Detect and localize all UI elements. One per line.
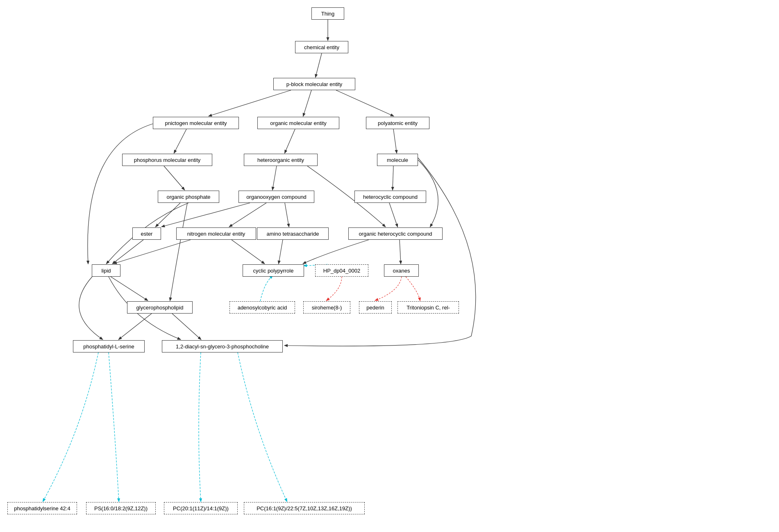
node-tritoniopsin[interactable]: Tritoniopsin C, rel-: [397, 301, 459, 314]
svg-line-20: [400, 240, 401, 264]
node-phosphatidylserine42[interactable]: phosphatidylserine 42:4: [7, 502, 77, 514]
svg-line-3: [303, 90, 311, 116]
node-PS_16_18[interactable]: PS(16:0/18:2(9Z,12Z)): [86, 502, 156, 514]
svg-line-14: [285, 203, 289, 227]
svg-line-7: [393, 129, 397, 153]
svg-line-15: [389, 203, 397, 227]
node-cyclic_poly[interactable]: cyclic polypyrrole: [243, 264, 304, 277]
node-diacyl[interactable]: 1,2-diacyl-sn-glycero-3-phosphocholine: [162, 340, 283, 352]
svg-line-22: [119, 314, 152, 339]
node-adenosylcobyric[interactable]: adenosylcobyric acid: [229, 301, 295, 314]
node-phosphatidyl_serine[interactable]: phosphatidyl-L-serine: [73, 340, 145, 352]
node-molecule[interactable]: molecule: [377, 154, 418, 166]
svg-line-18: [232, 240, 264, 264]
svg-line-5: [174, 129, 186, 153]
svg-line-13: [229, 203, 266, 227]
node-amino_tetra[interactable]: amino tetrasaccharide: [257, 227, 329, 240]
node-pederin[interactable]: pederin: [359, 301, 392, 314]
node-thing[interactable]: Thing: [311, 7, 344, 20]
node-polyatomic[interactable]: polyatomic entity: [366, 117, 429, 129]
svg-line-23: [172, 314, 201, 339]
svg-line-9: [273, 166, 277, 190]
node-PC_20_14[interactable]: PC(20:1(11Z)/14:1(9Z)): [164, 502, 238, 514]
svg-line-10: [393, 166, 393, 190]
svg-line-1: [316, 53, 322, 77]
node-HP_dp04[interactable]: HP_dp04_0002: [315, 264, 368, 277]
node-nitrogen_mol[interactable]: nitrogen molecular entity: [176, 227, 256, 240]
node-oxanes[interactable]: oxanes: [384, 264, 419, 277]
node-ester[interactable]: ester: [132, 227, 161, 240]
svg-line-19: [279, 240, 283, 264]
svg-line-17: [114, 240, 191, 264]
svg-line-4: [336, 90, 393, 116]
svg-line-21: [111, 277, 148, 300]
svg-line-12: [162, 203, 250, 227]
node-glycerophospholipid[interactable]: glycerophospholipid: [127, 301, 193, 314]
svg-line-6: [285, 129, 295, 153]
node-phosphorus_mol[interactable]: phosphorus molecular entity: [122, 154, 212, 166]
node-heteroorganic[interactable]: heteroorganic entity: [244, 154, 318, 166]
node-organic_phosphate[interactable]: organic phosphate: [158, 191, 219, 203]
node-heterocyclic[interactable]: heterocyclic compound: [354, 191, 426, 203]
diagram-container: Thingchemical entityp-block molecular en…: [0, 0, 779, 532]
node-org_heterocyclic[interactable]: organic heterocyclic compound: [348, 227, 443, 240]
node-pnictogen[interactable]: pnictogen molecular entity: [153, 117, 239, 129]
svg-line-16: [113, 240, 143, 264]
node-organic_mol[interactable]: organic molecular entity: [257, 117, 339, 129]
node-chemical_entity[interactable]: chemical entity: [295, 41, 348, 53]
node-lipid[interactable]: lipid: [92, 264, 120, 277]
node-PC_16_22[interactable]: PC(16:1(9Z)/22:5(7Z,10Z,13Z,16Z,19Z)): [244, 502, 365, 514]
node-organooxygen[interactable]: organooxygen compound: [238, 191, 314, 203]
node-siroheme[interactable]: siroheme(8-): [303, 301, 350, 314]
svg-line-8: [164, 166, 184, 190]
svg-line-2: [209, 90, 291, 116]
svg-line-11: [156, 203, 180, 227]
node-pblock[interactable]: p-block molecular entity: [273, 78, 355, 90]
